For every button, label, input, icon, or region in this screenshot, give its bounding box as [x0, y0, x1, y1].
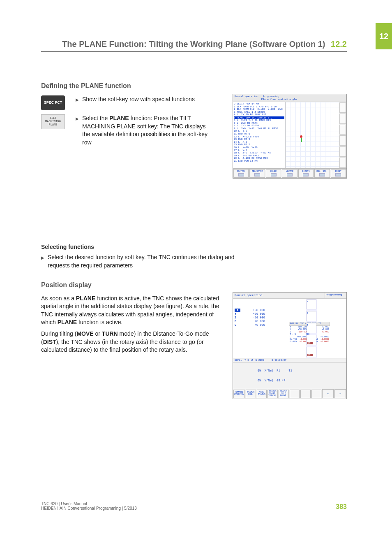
arrow-right-icon: ⇒ [334, 389, 346, 398]
header-title: The PLANE Function: Tilting the Working … [62, 39, 325, 49]
screenshot-manual-operation: Manual operation Programming X+50.000Y+5… [233, 292, 347, 399]
page-footer: TNC 620 | User's Manual HEIDENHAIN Conve… [41, 502, 347, 511]
scr2-extra-buttons2: ⇒ [334, 389, 346, 399]
scr1-softkey-row: SPATIALPROJECTEDEULERVECTORPOINTSREL. SP… [233, 168, 346, 178]
scr1-titlebar: Manual operation Programming Plane from … [233, 94, 346, 102]
bullet-icon: ▶ [76, 116, 79, 122]
selecting-functions-bullet: ▶ Select the desired function by soft ke… [41, 253, 251, 269]
step1-text: Show the soft-key row with special funct… [82, 95, 212, 104]
scr1-graphic [285, 102, 339, 168]
spec-fct-key: SPEC FCT [41, 95, 65, 110]
heading-selecting-functions: Selecting functions [41, 244, 347, 250]
scr2-status-line: NOML.T 5ZS 20000:00:00:07 [233, 358, 346, 362]
footer-line2: HEIDENHAIN Conversational Programming | … [41, 506, 137, 511]
scr2-load-line: 0% X[Nm] P1 -T1 0% Y[Nm] 08:47 [233, 362, 346, 389]
scr2-softkey-row: STATUS OVERVIEWSTATUS POS.TOOL STATUSSTA… [233, 389, 322, 399]
scr2-right-bar: M S T OFF OFF [306, 299, 317, 358]
arrow-left-icon: ⇐ [322, 389, 334, 398]
footer-line1: TNC 620 | User's Manual [41, 502, 137, 506]
scr1-code-listing: 0 BEGIN PGM 14 MM1 BLK FORM 0.1 Z X+0 Y+… [233, 102, 285, 168]
page-header: The PLANE Function: Tilting the Working … [41, 39, 347, 52]
tilt-machining-plane-key: TILT MACHINING PLANE [41, 114, 65, 129]
scr2-mode: Programming [325, 293, 346, 299]
scr1-right-nav [339, 102, 346, 168]
step2-text: Select the PLANE function: Press the TIL… [82, 114, 212, 146]
heading-position-display: Position display [41, 281, 347, 289]
screenshot-programming: Manual operation Programming Plane from … [233, 94, 347, 179]
chapter-tab: 12 [376, 23, 392, 49]
position-display-p1: As soon as a PLANE function is active, t… [41, 295, 222, 327]
bullet-icon: ▶ [41, 255, 44, 261]
heading-defining-plane: Defining the PLANE function [41, 82, 347, 90]
scr2-title: Manual operation [233, 293, 325, 299]
header-section: 12.2 [331, 39, 347, 49]
scr2-extra-buttons: ⇐ [322, 389, 334, 399]
bullet-icon: ▶ [76, 97, 79, 103]
page-number: 383 [336, 503, 347, 511]
position-display-p2: During tilting (MOVE or TURN mode) in th… [41, 330, 222, 354]
origin-marker-icon [299, 139, 304, 144]
